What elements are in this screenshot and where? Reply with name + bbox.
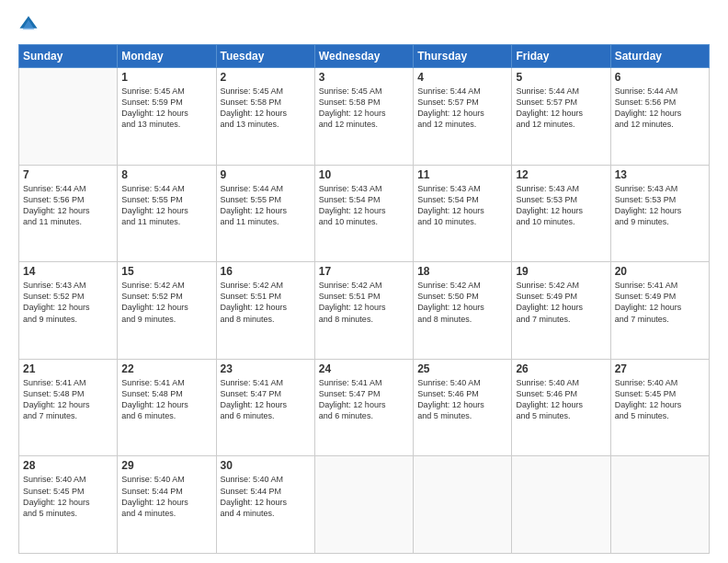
- calendar-cell: [414, 456, 512, 554]
- day-info: Sunrise: 5:40 AMSunset: 5:44 PMDaylight:…: [121, 474, 211, 519]
- calendar-cell: [314, 456, 413, 554]
- weekday-header-friday: Friday: [512, 45, 610, 68]
- day-info: Sunrise: 5:40 AMSunset: 5:46 PMDaylight:…: [516, 377, 606, 422]
- day-number: 28: [23, 459, 113, 472]
- day-number: 22: [121, 362, 211, 375]
- week-row-5: 28Sunrise: 5:40 AMSunset: 5:45 PMDayligh…: [19, 456, 710, 554]
- day-number: 16: [221, 265, 311, 278]
- calendar-cell: 28Sunrise: 5:40 AMSunset: 5:45 PMDayligh…: [19, 456, 118, 554]
- week-row-1: 1Sunrise: 5:45 AMSunset: 5:59 PMDaylight…: [19, 68, 710, 166]
- day-number: 14: [23, 265, 113, 278]
- day-info: Sunrise: 5:44 AMSunset: 5:57 PMDaylight:…: [516, 86, 606, 131]
- day-number: 4: [417, 71, 507, 84]
- calendar-cell: 21Sunrise: 5:41 AMSunset: 5:48 PMDayligh…: [19, 359, 118, 456]
- day-info: Sunrise: 5:43 AMSunset: 5:53 PMDaylight:…: [516, 183, 606, 228]
- calendar-cell: 10Sunrise: 5:43 AMSunset: 5:54 PMDayligh…: [314, 165, 413, 262]
- day-number: 12: [516, 168, 606, 181]
- calendar-cell: 5Sunrise: 5:44 AMSunset: 5:57 PMDaylight…: [512, 68, 610, 166]
- day-info: Sunrise: 5:43 AMSunset: 5:52 PMDaylight:…: [23, 280, 113, 325]
- calendar-cell: 11Sunrise: 5:43 AMSunset: 5:54 PMDayligh…: [414, 165, 512, 262]
- day-info: Sunrise: 5:43 AMSunset: 5:54 PMDaylight:…: [417, 183, 507, 228]
- day-number: 20: [615, 265, 705, 278]
- day-info: Sunrise: 5:42 AMSunset: 5:52 PMDaylight:…: [121, 280, 211, 325]
- week-row-4: 21Sunrise: 5:41 AMSunset: 5:48 PMDayligh…: [19, 359, 710, 456]
- calendar-cell: 16Sunrise: 5:42 AMSunset: 5:51 PMDayligh…: [216, 262, 314, 360]
- day-number: 29: [121, 459, 211, 472]
- calendar-table: SundayMondayTuesdayWednesdayThursdayFrid…: [18, 44, 710, 554]
- day-info: Sunrise: 5:42 AMSunset: 5:51 PMDaylight:…: [319, 280, 409, 325]
- page: SundayMondayTuesdayWednesdayThursdayFrid…: [0, 0, 728, 563]
- weekday-header-monday: Monday: [118, 45, 216, 68]
- day-number: 11: [417, 168, 507, 181]
- day-number: 3: [319, 71, 409, 84]
- day-number: 17: [319, 265, 409, 278]
- calendar-cell: 30Sunrise: 5:40 AMSunset: 5:44 PMDayligh…: [216, 456, 314, 554]
- weekday-header-tuesday: Tuesday: [216, 45, 314, 68]
- day-info: Sunrise: 5:45 AMSunset: 5:58 PMDaylight:…: [319, 86, 409, 131]
- day-number: 15: [121, 265, 211, 278]
- day-info: Sunrise: 5:42 AMSunset: 5:49 PMDaylight:…: [516, 280, 606, 325]
- header: [18, 15, 710, 35]
- week-row-3: 14Sunrise: 5:43 AMSunset: 5:52 PMDayligh…: [19, 262, 710, 360]
- calendar-cell: 1Sunrise: 5:45 AMSunset: 5:59 PMDaylight…: [118, 68, 216, 166]
- day-number: 6: [615, 71, 705, 84]
- weekday-header-saturday: Saturday: [610, 45, 709, 68]
- week-row-2: 7Sunrise: 5:44 AMSunset: 5:56 PMDaylight…: [19, 165, 710, 262]
- calendar-cell: 20Sunrise: 5:41 AMSunset: 5:49 PMDayligh…: [610, 262, 709, 360]
- day-info: Sunrise: 5:41 AMSunset: 5:47 PMDaylight:…: [319, 377, 409, 422]
- day-info: Sunrise: 5:40 AMSunset: 5:46 PMDaylight:…: [417, 377, 507, 422]
- day-info: Sunrise: 5:44 AMSunset: 5:55 PMDaylight:…: [221, 183, 311, 228]
- day-number: 27: [615, 362, 705, 375]
- day-info: Sunrise: 5:44 AMSunset: 5:56 PMDaylight:…: [23, 183, 113, 228]
- day-info: Sunrise: 5:40 AMSunset: 5:45 PMDaylight:…: [615, 377, 705, 422]
- day-info: Sunrise: 5:41 AMSunset: 5:48 PMDaylight:…: [23, 377, 113, 422]
- day-number: 7: [23, 168, 113, 181]
- day-number: 30: [221, 459, 311, 472]
- day-info: Sunrise: 5:45 AMSunset: 5:58 PMDaylight:…: [221, 86, 311, 131]
- calendar-cell: [512, 456, 610, 554]
- calendar-cell: 17Sunrise: 5:42 AMSunset: 5:51 PMDayligh…: [314, 262, 413, 360]
- day-number: 25: [417, 362, 507, 375]
- calendar-cell: 7Sunrise: 5:44 AMSunset: 5:56 PMDaylight…: [19, 165, 118, 262]
- calendar-cell: 12Sunrise: 5:43 AMSunset: 5:53 PMDayligh…: [512, 165, 610, 262]
- calendar-cell: 6Sunrise: 5:44 AMSunset: 5:56 PMDaylight…: [610, 68, 709, 166]
- calendar-cell: 22Sunrise: 5:41 AMSunset: 5:48 PMDayligh…: [118, 359, 216, 456]
- calendar-cell: 27Sunrise: 5:40 AMSunset: 5:45 PMDayligh…: [610, 359, 709, 456]
- day-info: Sunrise: 5:45 AMSunset: 5:59 PMDaylight:…: [121, 86, 211, 131]
- day-info: Sunrise: 5:44 AMSunset: 5:57 PMDaylight:…: [417, 86, 507, 131]
- calendar-cell: 9Sunrise: 5:44 AMSunset: 5:55 PMDaylight…: [216, 165, 314, 262]
- day-info: Sunrise: 5:41 AMSunset: 5:48 PMDaylight:…: [121, 377, 211, 422]
- calendar-cell: 25Sunrise: 5:40 AMSunset: 5:46 PMDayligh…: [414, 359, 512, 456]
- day-number: 26: [516, 362, 606, 375]
- logo-icon: [18, 15, 39, 35]
- day-number: 24: [319, 362, 409, 375]
- calendar-cell: 2Sunrise: 5:45 AMSunset: 5:58 PMDaylight…: [216, 68, 314, 166]
- day-number: 13: [615, 168, 705, 181]
- calendar-cell: 15Sunrise: 5:42 AMSunset: 5:52 PMDayligh…: [118, 262, 216, 360]
- logo: [18, 15, 40, 35]
- calendar-cell: 26Sunrise: 5:40 AMSunset: 5:46 PMDayligh…: [512, 359, 610, 456]
- day-number: 8: [121, 168, 211, 181]
- day-info: Sunrise: 5:42 AMSunset: 5:50 PMDaylight:…: [417, 280, 507, 325]
- day-info: Sunrise: 5:43 AMSunset: 5:54 PMDaylight:…: [319, 183, 409, 228]
- day-info: Sunrise: 5:40 AMSunset: 5:45 PMDaylight:…: [23, 474, 113, 519]
- calendar-cell: 18Sunrise: 5:42 AMSunset: 5:50 PMDayligh…: [414, 262, 512, 360]
- calendar-cell: [19, 68, 118, 166]
- calendar-cell: 13Sunrise: 5:43 AMSunset: 5:53 PMDayligh…: [610, 165, 709, 262]
- calendar-cell: 8Sunrise: 5:44 AMSunset: 5:55 PMDaylight…: [118, 165, 216, 262]
- day-number: 23: [221, 362, 311, 375]
- day-number: 21: [23, 362, 113, 375]
- day-info: Sunrise: 5:44 AMSunset: 5:55 PMDaylight:…: [121, 183, 211, 228]
- day-number: 9: [221, 168, 311, 181]
- day-info: Sunrise: 5:44 AMSunset: 5:56 PMDaylight:…: [615, 86, 705, 131]
- calendar-cell: 3Sunrise: 5:45 AMSunset: 5:58 PMDaylight…: [314, 68, 413, 166]
- weekday-header-sunday: Sunday: [19, 45, 118, 68]
- calendar-cell: [610, 456, 709, 554]
- day-number: 2: [221, 71, 311, 84]
- weekday-header-wednesday: Wednesday: [314, 45, 413, 68]
- day-info: Sunrise: 5:42 AMSunset: 5:51 PMDaylight:…: [221, 280, 311, 325]
- calendar-cell: 29Sunrise: 5:40 AMSunset: 5:44 PMDayligh…: [118, 456, 216, 554]
- day-number: 19: [516, 265, 606, 278]
- weekday-header-thursday: Thursday: [414, 45, 512, 68]
- calendar-cell: 24Sunrise: 5:41 AMSunset: 5:47 PMDayligh…: [314, 359, 413, 456]
